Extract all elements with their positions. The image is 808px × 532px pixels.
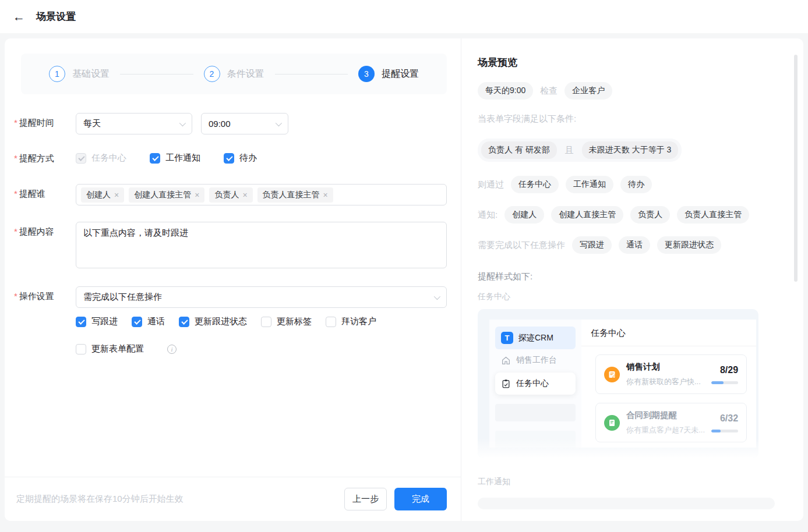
step-wizard: 1 基础设置 2 条件设置 3 提醒设置	[21, 54, 447, 94]
info-icon[interactable]: i	[167, 345, 177, 354]
checkbox-write-followup[interactable]: 写跟进	[76, 316, 118, 327]
field-label: *提醒方式	[14, 151, 76, 164]
close-icon[interactable]: ×	[195, 190, 199, 200]
condition-join: 且	[565, 145, 574, 156]
checkbox-icon	[76, 344, 86, 354]
step-connector	[120, 74, 193, 75]
checkbox-icon	[132, 317, 142, 327]
via-tag: 工作通知	[566, 176, 613, 193]
who-tag: 负责人直接主管×	[257, 187, 333, 203]
target-tag: 企业客户	[564, 82, 612, 100]
checkbox-icon	[326, 317, 336, 327]
step-connector	[275, 74, 348, 75]
frequency-select[interactable]: 每天	[76, 113, 192, 134]
action-tag: 写跟进	[572, 236, 612, 254]
via-label: 则通过	[478, 179, 504, 190]
sales-plan-icon	[604, 367, 620, 382]
mock-task-card: 销售计划 你有新获取的客户快... 8/29	[595, 354, 747, 394]
scrollbar-thumb[interactable]	[794, 55, 798, 282]
notify-label: 通知:	[478, 210, 497, 221]
action-mode-value: 需完成以下任意操作	[83, 292, 162, 303]
page-title: 场景设置	[36, 10, 76, 23]
form-row-reminder-method: *提醒方式 任务中心 工作通知 待办	[14, 151, 447, 164]
schedule-row: 每天的9:00 检查 企业客户	[478, 82, 788, 100]
step-number: 3	[358, 66, 375, 82]
via-tag: 待办	[620, 176, 652, 193]
checkbox-todo[interactable]: 待办	[224, 152, 257, 164]
task-desc: 你有新获取的客户快...	[626, 377, 705, 387]
time-select[interactable]: 09:00	[201, 113, 288, 134]
who-tag: 创建人×	[81, 187, 124, 203]
step-basic-settings[interactable]: 1 基础设置	[49, 66, 110, 82]
checkbox-update-tag[interactable]: 更新标签	[261, 316, 312, 327]
step-reminder-settings[interactable]: 3 提醒设置	[358, 66, 419, 82]
form-footer: 定期提醒的场景将在保存10分钟后开始生效 上一步 完成	[5, 477, 461, 521]
close-icon[interactable]: ×	[114, 190, 119, 200]
notify-tag: 负责人	[630, 206, 670, 224]
task-desc: 你有重点客户超7天未...	[626, 425, 705, 435]
reminder-content-textarea[interactable]: 以下重点内容，请及时跟进	[76, 222, 447, 268]
condition-intro: 当表单字段满足以下条件:	[478, 114, 788, 125]
reminder-who-input[interactable]: 创建人× 创建人直接主管× 负责人× 负责人直接主管×	[76, 184, 447, 205]
required-asterisk: *	[14, 118, 17, 127]
checkbox-call[interactable]: 通话	[132, 316, 165, 327]
checkbox-icon	[179, 317, 189, 327]
checkbox-icon	[76, 317, 86, 327]
action-options-row2: 更新表单配置 i	[76, 343, 447, 354]
notify-tag: 负责人直接主管	[677, 206, 749, 224]
mock-task-card: 合同到期提醒 你有重点客户超7天未... 6/32	[595, 403, 747, 442]
condition-group: 负责人 有 研发部 且 未跟进天数 大于等于 3	[478, 139, 788, 162]
task-center-preview-card: T 探迹CRM 销售工作台 任务中心 任务中心	[478, 309, 758, 458]
progress-bar	[711, 430, 738, 432]
chevron-down-icon	[276, 120, 282, 126]
mock-app-name: 探迹CRM	[518, 333, 553, 343]
form-row-reminder-content: *提醒内容 以下重点内容，请及时跟进	[14, 222, 447, 270]
checkbox-update-followup-status[interactable]: 更新跟进状态	[179, 316, 247, 327]
task-center-label: 任务中心	[478, 292, 788, 302]
actions-label: 需要完成以下任意操作	[478, 240, 565, 251]
form-row-reminder-who: *提醒谁 创建人× 创建人直接主管× 负责人× 负责人直接主管×	[14, 184, 447, 205]
action-mode-select[interactable]: 需完成以下任意操作	[76, 286, 447, 308]
form-row-reminder-time: *提醒时间 每天 09:00	[14, 113, 447, 134]
step-condition-settings[interactable]: 2 条件设置	[204, 66, 264, 82]
mock-brand-row: T 探迹CRM	[495, 327, 576, 349]
top-bar: ← 场景设置	[0, 0, 808, 33]
required-asterisk: *	[14, 291, 17, 301]
checkbox-update-form-config[interactable]: 更新表单配置	[76, 343, 144, 354]
done-button[interactable]: 完成	[394, 488, 447, 510]
required-asterisk: *	[14, 226, 17, 236]
mock-content: 任务中心 销售计划 你有新获取的客户快... 8/29	[581, 320, 756, 448]
checkbox-work-notice[interactable]: 工作通知	[150, 152, 200, 164]
chevron-down-icon	[434, 293, 440, 300]
tanji-crm-logo-icon: T	[501, 332, 513, 344]
condition-pill: 未跟进天数 大于等于 3	[582, 141, 679, 159]
previous-step-button[interactable]: 上一步	[344, 488, 387, 510]
field-label: *提醒内容	[14, 222, 76, 270]
progress-bar	[711, 381, 738, 384]
required-asterisk: *	[14, 153, 17, 163]
checkbox-icon	[261, 317, 271, 327]
mock-nav-sales-workbench: 销售工作台	[495, 349, 576, 371]
preview-panel: 场景预览 每天的9:00 检查 企业客户 当表单字段满足以下条件: 负责人 有 …	[461, 38, 803, 521]
who-tag: 负责人×	[209, 187, 252, 203]
close-icon[interactable]: ×	[323, 190, 328, 200]
task-title: 合同到期提醒	[626, 410, 705, 421]
checkbox-visit-customer[interactable]: 拜访客户	[326, 316, 376, 327]
back-arrow-icon[interactable]: ←	[13, 10, 30, 24]
checkbox-icon	[224, 153, 234, 164]
footer-note: 定期提醒的场景将在保存10分钟后开始生效	[16, 494, 344, 505]
action-tag: 通话	[619, 236, 650, 254]
preview-title: 场景预览	[478, 56, 788, 69]
condition-pill: 负责人 有 研发部	[481, 141, 557, 159]
mock-placeholder-bar	[495, 404, 576, 421]
task-center-icon	[501, 379, 511, 389]
form-row-action-setting: *操作设置 需完成以下任意操作	[14, 286, 447, 308]
check-text: 检查	[540, 86, 558, 97]
via-tag: 任务中心	[511, 176, 559, 193]
main-card: 1 基础设置 2 条件设置 3 提醒设置 *提醒时间 每天	[5, 38, 803, 521]
time-value: 09:00	[209, 119, 231, 129]
close-icon[interactable]: ×	[242, 190, 247, 200]
frequency-value: 每天	[83, 118, 101, 129]
schedule-time-tag: 每天的9:00	[478, 82, 533, 100]
step-label: 条件设置	[227, 68, 264, 80]
